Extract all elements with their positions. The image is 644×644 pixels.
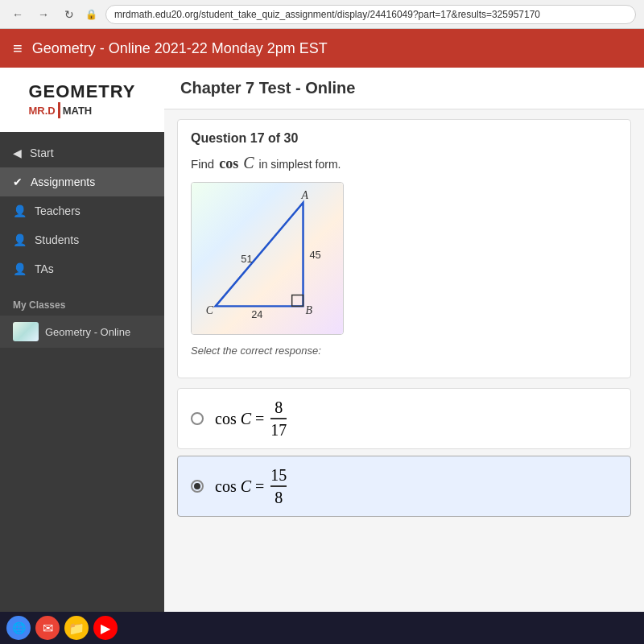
question-prompt: Find cos C in simplest form. xyxy=(191,154,617,172)
class-item-geometry[interactable]: Geometry - Online xyxy=(0,316,164,348)
lock-icon: 🔒 xyxy=(85,9,97,20)
cos-text: cos xyxy=(219,155,238,172)
answer-option-2[interactable]: cos C = 15 8 xyxy=(177,456,631,517)
svg-text:C: C xyxy=(206,304,214,316)
class-thumbnail xyxy=(13,322,39,341)
question-number: Question 17 of 30 xyxy=(191,131,617,146)
logo-geometry-text: GEOMETRY xyxy=(28,81,135,102)
logo-area: GEOMETRY MR.D MATH xyxy=(0,68,164,132)
sidebar-teachers-label: Teachers xyxy=(35,204,80,217)
sidebar-item-teachers[interactable]: 👤 Teachers xyxy=(0,196,164,225)
sidebar-start-label: Start xyxy=(30,147,54,159)
var-c-text: C xyxy=(243,154,254,172)
logo-divider xyxy=(58,102,60,118)
fraction-den-1: 17 xyxy=(270,421,287,439)
radio-1[interactable] xyxy=(191,412,204,425)
url-bar[interactable] xyxy=(105,5,636,24)
fraction-num-1: 8 xyxy=(275,398,283,416)
browser-chrome: ← → ↻ 🔒 xyxy=(0,0,644,29)
taskbar-mail-icon[interactable]: ✉ xyxy=(35,616,60,640)
fraction-1: 8 17 xyxy=(270,398,287,439)
triangle-diagram: A C B 51 45 24 xyxy=(191,182,344,335)
sidebar-assignments-label: Assignments xyxy=(31,175,95,188)
question-box: Question 17 of 30 Find cos C in simplest… xyxy=(177,119,631,378)
page-title: Chapter 7 Test - Online xyxy=(180,79,628,97)
sidebar: GEOMETRY MR.D MATH ◀ Start ✔ Assignments xyxy=(0,68,164,644)
svg-text:B: B xyxy=(305,304,312,316)
triangle-svg: A C B 51 45 24 xyxy=(192,183,343,334)
fraction-den-2: 8 xyxy=(275,489,283,506)
forward-button[interactable]: → xyxy=(34,5,53,24)
taskbar: 🌐 ✉ 📁 ▶ xyxy=(0,612,644,644)
taskbar-drive-icon[interactable]: 📁 xyxy=(64,616,89,640)
svg-text:A: A xyxy=(301,189,309,201)
main-area: GEOMETRY MR.D MATH ◀ Start ✔ Assignments xyxy=(0,68,644,644)
find-text: Find xyxy=(191,157,214,171)
taskbar-chrome-icon[interactable]: 🌐 xyxy=(6,616,31,640)
radio-2[interactable] xyxy=(191,480,204,493)
svg-rect-1 xyxy=(292,295,303,307)
students-icon: 👤 xyxy=(13,233,27,246)
sidebar-nav: ◀ Start ✔ Assignments 👤 Teachers 👤 Stude… xyxy=(0,132,164,290)
reload-button[interactable]: ↻ xyxy=(60,5,79,24)
header-title: Geometry - Online 2021-22 Monday 2pm EST xyxy=(32,40,328,57)
simplest-form-text: in simplest form. xyxy=(259,158,341,171)
fraction-num-2: 15 xyxy=(270,466,287,484)
svg-marker-0 xyxy=(216,203,303,307)
fraction-line-2 xyxy=(270,485,287,487)
app-container: ≡ Geometry - Online 2021-22 Monday 2pm E… xyxy=(0,29,644,644)
content-area: Chapter 7 Test - Online Question 17 of 3… xyxy=(164,68,644,644)
select-prompt: Select the correct response: xyxy=(191,345,617,357)
tas-icon: 👤 xyxy=(13,262,27,275)
sidebar-tas-label: TAs xyxy=(35,262,54,275)
class-item-label: Geometry - Online xyxy=(45,326,130,338)
top-header: ≡ Geometry - Online 2021-22 Monday 2pm E… xyxy=(0,29,644,68)
answer-formula-1: cos C = 8 17 xyxy=(215,398,287,439)
answer-option-1[interactable]: cos C = 8 17 xyxy=(177,388,631,449)
answer-formula-2: cos C = 15 8 xyxy=(215,466,287,506)
hamburger-menu[interactable]: ≡ xyxy=(13,39,23,58)
cos-c-label-1: cos C = xyxy=(215,410,264,428)
cos-c-label-2: cos C = xyxy=(215,477,264,496)
sidebar-item-start[interactable]: ◀ Start xyxy=(0,138,164,167)
sidebar-students-label: Students xyxy=(35,233,79,246)
fraction-line-1 xyxy=(270,418,287,419)
svg-text:51: 51 xyxy=(241,253,252,265)
svg-text:24: 24 xyxy=(251,308,262,320)
back-button[interactable]: ← xyxy=(8,5,27,24)
sidebar-item-tas[interactable]: 👤 TAs xyxy=(0,254,164,283)
sidebar-item-assignments[interactable]: ✔ Assignments xyxy=(0,167,164,196)
fraction-2: 15 8 xyxy=(270,466,287,506)
start-icon: ◀ xyxy=(13,147,22,159)
sidebar-item-students[interactable]: 👤 Students xyxy=(0,225,164,254)
teachers-icon: 👤 xyxy=(13,204,27,217)
taskbar-youtube-icon[interactable]: ▶ xyxy=(93,616,118,640)
assignments-icon: ✔ xyxy=(13,175,23,188)
my-classes-label: My Classes xyxy=(0,290,164,316)
logo-math-text: MATH xyxy=(63,105,93,117)
logo-mrd-text: MR.D xyxy=(28,105,55,117)
svg-text:45: 45 xyxy=(309,249,320,261)
content-header: Chapter 7 Test - Online xyxy=(164,68,644,109)
